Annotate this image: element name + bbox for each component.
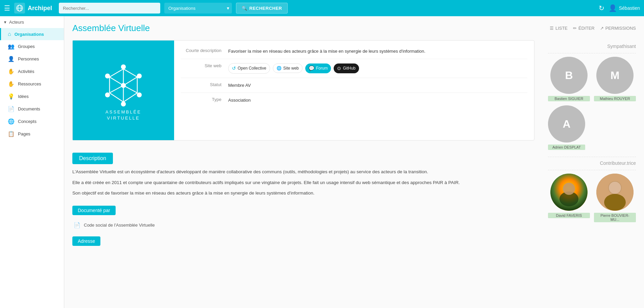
sidebar-item-pages[interactable]: 📋 Pages (0, 128, 64, 140)
group-icon: 👥 (8, 43, 15, 50)
search-button[interactable]: 🔍 RECHERCHER (236, 3, 288, 14)
scope-select-wrapper: Organisations Acteurs Groupes Personnes … (164, 3, 232, 14)
doc-label: Code social de l'Assemblée Virtuelle (84, 223, 155, 228)
avatar-item-mathieu: M Mathieu ROUYER (594, 57, 636, 101)
permissions-action[interactable]: ↗ PERMISSIONS (600, 26, 636, 31)
avatar-mathieu[interactable]: M (596, 57, 634, 94)
sidebar-section-acteurs[interactable]: ▾ Acteurs (0, 16, 64, 28)
menu-icon[interactable]: ☰ (4, 4, 10, 12)
avatar-david[interactable] (550, 174, 588, 211)
sidebar-item-activites[interactable]: ✋ Activités (0, 65, 64, 78)
sidebar-item-personnes[interactable]: 👤 Personnes (0, 53, 64, 65)
org-header: ASSEMBLÉE VIRTUELLE Courte description F… (73, 41, 534, 140)
user-menu[interactable]: 👤 Sébastien (609, 4, 640, 12)
svg-point-9 (105, 74, 110, 78)
forum-icon: 💬 (309, 65, 314, 72)
refresh-icon[interactable]: ↻ (599, 4, 604, 12)
org-card: ASSEMBLÉE VIRTUELLE Courte description F… (72, 40, 534, 140)
right-panel: Sympathisant B Bastien SIGUIER M (541, 40, 636, 246)
sidebar-item-concepts[interactable]: 🌐 Concepts (0, 115, 64, 128)
github-link[interactable]: ⊙ GitHub (334, 63, 359, 73)
svg-line-19 (110, 93, 123, 102)
sidebar-item-label: Ressources (18, 81, 41, 86)
sympathisants-grid: B Bastien SIGUIER M Mathieu ROUYER (548, 57, 636, 150)
org-field-description: Courte description Favoriser la mise en … (181, 44, 527, 59)
contributeur-title: Contributeur.trice (548, 160, 636, 166)
search-input[interactable] (59, 3, 160, 14)
description-para-2: Elle a été créée en 2011 et compte une q… (72, 179, 534, 186)
svg-line-18 (123, 93, 137, 102)
svg-point-8 (105, 93, 110, 97)
avatar-item-adrien: A Adrien DESPLAT (548, 105, 585, 150)
globe-icon: 🌐 (277, 65, 282, 71)
svg-text:ASSEMBLÉE: ASSEMBLÉE (105, 109, 141, 114)
sidebar-item-label: Idées (18, 94, 29, 99)
scope-select[interactable]: Organisations Acteurs Groupes Personnes (164, 3, 232, 14)
sidebar-item-label: Organisations (15, 32, 44, 37)
avatar-bastien[interactable]: B (550, 57, 588, 94)
sidebar-item-idees[interactable]: 💡 Idées (0, 90, 64, 103)
content-area: ASSEMBLÉE VIRTUELLE Courte description F… (72, 40, 636, 246)
user-name: Sébastien (619, 5, 640, 11)
forum-link[interactable]: 💬 Forum (305, 63, 331, 73)
opencollective-link[interactable]: ↺ Open Collective (228, 63, 270, 74)
avatar-initial: A (563, 118, 570, 130)
sidebar-item-label: Activités (18, 69, 34, 74)
sidebar-section-label: Acteurs (9, 20, 24, 25)
svg-point-30 (609, 182, 621, 194)
layout: ▾ Acteurs ⌂ Organisations 👥 Groupes 👤 Pe… (0, 16, 644, 308)
svg-point-4 (121, 65, 125, 69)
description-para-1: L'Assemblée Virtuelle est un écosystème … (72, 168, 534, 176)
org-logo: ASSEMBLÉE VIRTUELLE (73, 41, 174, 140)
avatar-name-adrien: Adrien DESPLAT (548, 145, 585, 150)
description-para-3: Son objectif est de favoriser la mise en… (72, 189, 534, 197)
org-field-statut: Statut Membre AV (181, 78, 527, 93)
siteweb-link[interactable]: 🌐 Site web (273, 63, 303, 73)
field-value-description: Favoriser la mise en réseau des acteurs … (228, 48, 527, 55)
sidebar-item-organisations[interactable]: ⌂ Organisations (0, 28, 64, 40)
svg-point-29 (604, 194, 626, 211)
sympathisant-title: Sympathisant (548, 44, 636, 49)
avatar-adrien[interactable]: A (548, 105, 585, 143)
share-icon: ↗ (600, 26, 604, 31)
person-icon: 👤 (8, 56, 15, 62)
sidebar: ▾ Acteurs ⌂ Organisations 👥 Groupes 👤 Pe… (0, 16, 64, 308)
avatar-name-bastien: Bastien SIGUIER (548, 96, 590, 101)
svg-line-14 (110, 85, 123, 93)
sidebar-item-label: Pages (18, 131, 30, 136)
resource-icon: ✋ (8, 81, 15, 87)
svg-point-26 (563, 183, 575, 195)
avatar-name-pierre: Pierre BOUVIER-MU... (594, 213, 636, 222)
svg-line-21 (110, 69, 123, 77)
edit-icon: ✏ (573, 26, 577, 31)
doc-item-1[interactable]: 📄 Code social de l'Assemblée Virtuelle (72, 219, 534, 231)
sidebar-item-label: Personnes (18, 56, 39, 61)
app-logo: Archipel (14, 3, 55, 14)
sidebar-item-label: Concepts (18, 119, 37, 124)
content-left: ASSEMBLÉE VIRTUELLE Courte description F… (72, 40, 534, 246)
globe-icon: 🌐 (8, 118, 15, 125)
sidebar-item-ressources[interactable]: ✋ Ressources (0, 78, 64, 90)
field-label-description: Courte description (181, 48, 228, 53)
sidebar-item-groupes[interactable]: 👥 Groupes (0, 40, 64, 53)
user-icon: 👤 (609, 4, 617, 12)
page-actions: ☰ LISTE ✏ ÉDITER ↗ PERMISSIONS (550, 26, 636, 31)
main-content: Assemblée Virtuelle ☰ LISTE ✏ ÉDITER ↗ P… (64, 16, 644, 308)
avatar-name-david: David FAVERIS (548, 213, 590, 218)
avatar-initial: B (565, 69, 573, 82)
address-header: Adresse (72, 236, 100, 246)
org-details: Courte description Favoriser la mise en … (174, 41, 534, 140)
svg-text:VIRTUELLE: VIRTUELLE (107, 116, 140, 121)
description-header: Description (72, 153, 113, 164)
org-field-type: Type Association (181, 93, 527, 108)
sidebar-item-label: Groupes (18, 44, 35, 49)
avatar-item-pierre: Pierre BOUVIER-MU... (594, 174, 636, 222)
field-value-type: Association (228, 97, 527, 104)
avatar-item-bastien: B Bastien SIGUIER (548, 57, 590, 101)
sidebar-item-documents[interactable]: 📄 Documents (0, 103, 64, 115)
field-label-type: Type (181, 97, 228, 102)
avatar-pierre[interactable] (596, 174, 634, 211)
editer-action[interactable]: ✏ ÉDITER (573, 26, 595, 31)
svg-line-16 (123, 69, 137, 77)
liste-action[interactable]: ☰ LISTE (550, 26, 568, 31)
